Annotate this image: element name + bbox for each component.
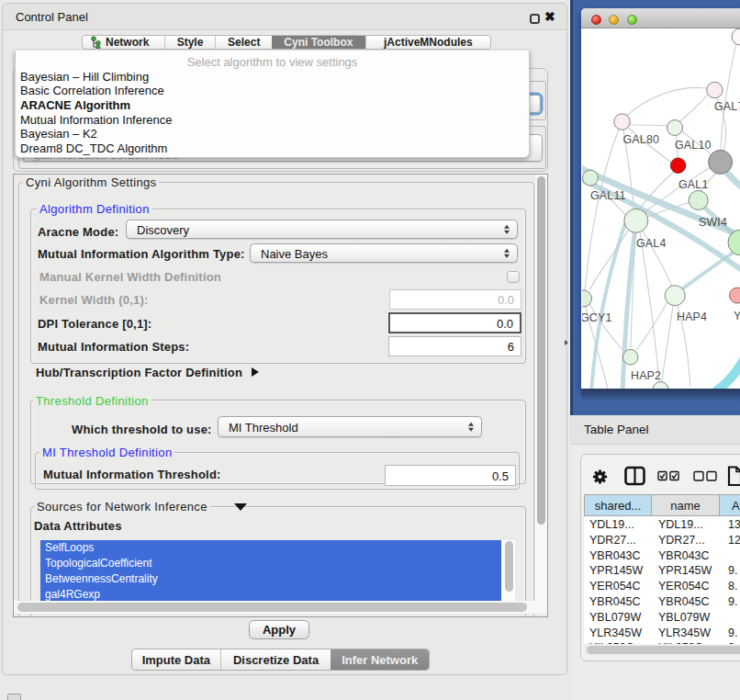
svg-text:GCY1: GCY1 bbox=[582, 311, 612, 324]
svg-text:HAP2: HAP2 bbox=[631, 369, 661, 382]
svg-text:GAL1: GAL1 bbox=[678, 178, 709, 191]
svg-text:GAL11: GAL11 bbox=[590, 189, 626, 202]
svg-text:GAL7: GAL7 bbox=[714, 100, 740, 113]
svg-text:GAL10: GAL10 bbox=[675, 139, 712, 152]
svg-text:GAL80: GAL80 bbox=[623, 133, 660, 146]
svg-text:HAP4: HAP4 bbox=[677, 310, 707, 323]
svg-text:SWI4: SWI4 bbox=[699, 216, 727, 229]
svg-text:GAL4: GAL4 bbox=[636, 237, 667, 250]
svg-text:Y: Y bbox=[734, 310, 740, 322]
